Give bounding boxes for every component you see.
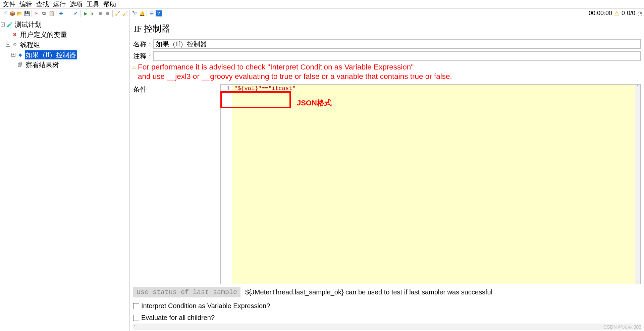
warning-icon: ⚠ bbox=[131, 65, 137, 70]
evaluate-label: Evaluate for all children? bbox=[141, 314, 215, 322]
evaluate-checkbox[interactable] bbox=[133, 315, 139, 321]
tree-node-view-results-tree[interactable]: 🗐 察看结果树 bbox=[1, 60, 128, 70]
tree-label: 线程组 bbox=[19, 40, 41, 49]
results-tree-icon: 🗐 bbox=[17, 62, 23, 68]
start-icon[interactable]: ▶ bbox=[82, 10, 89, 17]
stop-icon[interactable]: ⏹ bbox=[97, 10, 104, 17]
collapse-icon[interactable]: − bbox=[1, 22, 5, 27]
horizontal-scrollbar[interactable]: ˂˃ bbox=[133, 324, 641, 330]
tree-label-selected: 如果（If）控制器 bbox=[25, 50, 77, 59]
clear-all-icon[interactable]: 🧹 bbox=[121, 10, 128, 17]
watermark: CSDN @未央.303 bbox=[603, 324, 641, 330]
tree-label: 用户定义的变量 bbox=[19, 30, 68, 39]
menu-search[interactable]: 查找 bbox=[35, 0, 50, 9]
use-last-sample-button[interactable]: Use status of last sample bbox=[133, 287, 240, 297]
menu-help[interactable]: 帮助 bbox=[102, 0, 117, 9]
menu-options[interactable]: 选项 bbox=[68, 0, 84, 9]
evaluate-children-row[interactable]: Evaluate for all children? bbox=[130, 312, 644, 324]
comment-label: 注释： bbox=[133, 52, 153, 61]
tree-node-thread-group[interactable]: − ⚙ 线程组 bbox=[1, 40, 128, 50]
tree-root-test-plan[interactable]: − 🧪 测试计划 bbox=[1, 19, 128, 30]
performance-warning: ⚠ For performance it is advised to check… bbox=[130, 62, 644, 82]
line-number: 1 bbox=[227, 85, 230, 92]
save-icon[interactable]: 💾 bbox=[23, 10, 30, 17]
comment-row: 注释： bbox=[130, 50, 644, 62]
separator bbox=[129, 10, 130, 17]
condition-label: 条件 bbox=[133, 84, 153, 284]
toolbar-status: 00:00:00 ⚠ 0 0/0 ◔ bbox=[589, 10, 643, 17]
vars-icon: ✖ bbox=[11, 32, 18, 38]
menu-tools[interactable]: 工具 bbox=[85, 0, 101, 9]
menu-bar: 文件 编辑 查找 运行 选项 工具 帮助 bbox=[0, 0, 644, 9]
paste-icon[interactable]: 📋 bbox=[48, 10, 55, 17]
elapsed-time: 00:00:00 bbox=[589, 10, 612, 17]
reset-search-icon[interactable]: 🔔 bbox=[139, 10, 145, 17]
vertical-scrollbar[interactable]: ˄˅ bbox=[635, 85, 640, 284]
start-notimers-icon[interactable]: ⏵ bbox=[90, 10, 96, 17]
cut-icon[interactable]: ✂ bbox=[33, 10, 40, 17]
interpret-checkbox[interactable] bbox=[133, 303, 139, 309]
collapse-icon[interactable]: − bbox=[6, 43, 10, 47]
open-icon[interactable]: 📂 bbox=[16, 10, 23, 17]
thread-ratio: 0/0 bbox=[627, 10, 635, 17]
separator bbox=[56, 10, 56, 17]
name-label: 名称： bbox=[133, 40, 153, 49]
condition-code[interactable]: "${val}"=="itcast" bbox=[232, 85, 640, 284]
menu-file[interactable]: 文件 bbox=[1, 0, 17, 9]
toolbar: 📄 📦 📂 💾 ✂ ⧉ 📋 ✚ — ✔ ▶ ⏵ ⏹ ⏹ 🧹 🧹 🔭 🔔 ☰ ? … bbox=[0, 9, 644, 18]
editor-panel: IF 控制器 名称： 注释： ⚠ For performance it is a… bbox=[129, 18, 644, 331]
tree-label: 察看结果树 bbox=[25, 60, 60, 69]
tree-node-user-defined-vars[interactable]: ✖ 用户定义的变量 bbox=[1, 30, 128, 40]
interpret-label: Interpret Condition as Variable Expressi… bbox=[141, 302, 270, 310]
separator bbox=[80, 10, 81, 17]
tree-node-if-controller[interactable]: + ◆ 如果（If）控制器 bbox=[1, 50, 128, 60]
expand-icon[interactable]: + bbox=[11, 53, 15, 57]
copy-icon[interactable]: ⧉ bbox=[41, 10, 47, 17]
main-area: − 🧪 测试计划 ✖ 用户定义的变量 − ⚙ 线程组 + ◆ 如果（If）控制器… bbox=[0, 18, 644, 331]
status-indicator-icon: ◔ bbox=[637, 10, 643, 17]
warning-text: For performance it is advised to check "… bbox=[138, 63, 452, 82]
function-helper-icon[interactable]: ☰ bbox=[148, 10, 155, 17]
menu-edit[interactable]: 编辑 bbox=[18, 0, 34, 9]
name-row: 名称： bbox=[130, 38, 644, 50]
line-gutter: 1 bbox=[221, 85, 232, 284]
expand-icon[interactable]: ✚ bbox=[58, 10, 64, 17]
test-plan-icon: 🧪 bbox=[6, 21, 13, 28]
interpret-condition-row[interactable]: Interpret Condition as Variable Expressi… bbox=[130, 300, 644, 312]
collapse-icon[interactable]: — bbox=[65, 10, 72, 17]
last-sample-hint: ${JMeterThread.last_sample_ok} can be us… bbox=[245, 288, 492, 296]
shutdown-icon[interactable]: ⏹ bbox=[104, 10, 111, 17]
clear-icon[interactable]: 🧹 bbox=[114, 10, 121, 17]
comment-input[interactable] bbox=[153, 51, 641, 61]
new-icon[interactable]: 📄 bbox=[1, 10, 8, 17]
warn-line1: For performance it is advised to check "… bbox=[138, 63, 414, 71]
panel-title: IF 控制器 bbox=[130, 18, 644, 38]
tree-label: 测试计划 bbox=[14, 20, 42, 29]
last-sample-row: Use status of last sample ${JMeterThread… bbox=[130, 284, 644, 300]
thread-group-icon: ⚙ bbox=[11, 42, 18, 48]
search-icon[interactable]: 🔭 bbox=[131, 10, 138, 17]
toggle-icon[interactable]: ✔ bbox=[72, 10, 79, 17]
separator bbox=[32, 10, 32, 17]
test-plan-tree[interactable]: − 🧪 测试计划 ✖ 用户定义的变量 − ⚙ 线程组 + ◆ 如果（If）控制器… bbox=[0, 18, 129, 331]
separator bbox=[147, 10, 147, 17]
warn-line2: and use __jexl3 or __groovy evaluating t… bbox=[138, 72, 452, 81]
templates-icon[interactable]: 📦 bbox=[9, 10, 15, 17]
condition-row: 条件 1 "${val}"=="itcast" ˄˅ bbox=[130, 82, 644, 284]
name-input[interactable] bbox=[153, 39, 641, 49]
condition-editor[interactable]: 1 "${val}"=="itcast" ˄˅ bbox=[220, 84, 641, 284]
help-icon[interactable]: ? bbox=[156, 10, 162, 16]
warning-icon: ⚠ bbox=[614, 10, 620, 17]
separator bbox=[112, 10, 113, 17]
warning-count: 0 bbox=[622, 10, 625, 17]
if-controller-icon: ◆ bbox=[17, 52, 23, 58]
menu-run[interactable]: 运行 bbox=[52, 0, 67, 9]
